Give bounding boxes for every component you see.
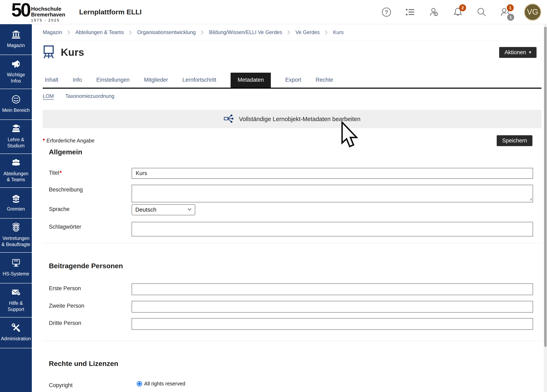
sidebar-item-label: Abteilungen & Teams — [1, 171, 31, 183]
app-header: 50 Hochschule Bremerhaven 1975 - 2025 Le… — [0, 0, 547, 24]
breadcrumb-item-current[interactable]: Kurs — [333, 29, 343, 35]
section-divider — [43, 341, 541, 341]
sidebar-item-magazin[interactable]: Magazin — [0, 24, 32, 55]
tab-export[interactable]: Export — [285, 73, 301, 88]
user-avatar[interactable]: VG — [524, 3, 541, 21]
page-title: Kurs — [61, 46, 84, 58]
required-asterisk: * — [43, 137, 45, 144]
zweite-person-label: Zweite Person — [49, 301, 132, 309]
monitor-icon: *** — [11, 258, 21, 269]
tab-rechte[interactable]: Rechte — [316, 73, 333, 88]
search-icon[interactable] — [476, 7, 487, 17]
tab-bar: Inhalt Info Einstellungen Mitglieder Ler… — [43, 73, 541, 89]
field-row-erste-person: Erste Person — [43, 284, 541, 295]
schlagwoerter-input[interactable] — [132, 222, 533, 237]
dritte-person-input[interactable] — [132, 318, 533, 330]
sidebar-item-mein-bereich[interactable]: Mein Bereich — [0, 89, 32, 120]
aktionen-button[interactable]: Aktionen ▾ — [499, 47, 537, 58]
breadcrumb: Magazin Abteilungen & Teams Organisation… — [43, 24, 541, 41]
speichern-button[interactable]: Speichern — [497, 135, 533, 146]
assembly-icon — [11, 193, 21, 203]
sidebar-item-label: Mein Bereich — [2, 107, 30, 114]
breadcrumb-item[interactable]: Bildung/Wissen/ELLI Ve Gerdes — [209, 29, 282, 35]
field-row-beschreibung: Beschreibung — [43, 185, 541, 202]
notifications-bell-icon[interactable]: 2 — [452, 7, 463, 17]
section-divider — [43, 243, 541, 243]
chevron-right-icon — [201, 30, 204, 35]
subtab-taxonomiezuordnung[interactable]: Taxonomiezuordnung — [65, 93, 114, 99]
sidebar-item-hs-systeme[interactable]: *** HS-Systeme — [0, 253, 32, 284]
page-title-row: Kurs Aktionen ▾ — [43, 46, 541, 59]
chevron-down-icon: ▾ — [529, 50, 531, 54]
required-note: * Erforderliche Angabe — [43, 137, 95, 144]
field-row-sprache: Sprache Deutsch — [43, 204, 541, 215]
contacts-badge-bottom: 1 — [507, 14, 514, 21]
sidebar-item-label: Hilfe & Support — [1, 300, 31, 313]
titel-label: Titel* — [49, 168, 132, 176]
chevron-right-icon — [325, 30, 328, 35]
section-title-rechte-und-lizenzen: Rechte und Lizenzen — [49, 359, 541, 368]
chevron-down-icon — [187, 208, 191, 212]
svg-text:?: ? — [18, 292, 19, 295]
tab-info[interactable]: Info — [73, 73, 82, 88]
copyright-label: Copyright — [49, 380, 132, 389]
field-row-titel: Titel* — [43, 168, 541, 179]
sidebar-item-hilfe-support[interactable]: ? Hilfe & Support — [0, 284, 32, 318]
section-title-allgemein: Allgemein — [49, 148, 541, 156]
copyright-option-label: All rights reserved — [144, 381, 185, 387]
megaphone-icon — [11, 59, 21, 69]
help-icon[interactable]: ? — [381, 7, 392, 17]
subtab-lom[interactable]: LOM — [43, 93, 54, 99]
sidebar-item-abteilungen-teams[interactable]: Abteilungen & Teams — [0, 154, 32, 188]
schlagwoerter-label: Schlagwörter — [49, 222, 132, 230]
edit-full-metadata-label: Vollständige Lernobjekt-Metadaten bearbe… — [239, 116, 361, 122]
field-row-zweite-person: Zweite Person — [43, 301, 541, 313]
sidebar-item-gremien[interactable]: Gremien — [0, 188, 32, 219]
breadcrumb-item[interactable]: Abteilungen & Teams — [75, 29, 124, 35]
sidebar-item-lehre-studium[interactable]: Lehre & Studium — [0, 120, 32, 154]
user-status-icon[interactable] — [429, 7, 439, 17]
header-actions: ? 2 1 1 VG — [381, 3, 541, 21]
tab-inhalt[interactable]: Inhalt — [45, 73, 58, 88]
logo-line2: Bremerhaven — [31, 12, 65, 17]
titel-input[interactable] — [132, 168, 533, 179]
scrollbar-thumb[interactable] — [544, 27, 547, 347]
field-row-dritte-person: Dritte Person — [43, 318, 541, 330]
hochschule-bremerhaven-logo: 50 Hochschule Bremerhaven 1975 - 2025 — [11, 1, 65, 23]
platform-title: Lernplattform ELLI — [79, 8, 142, 16]
copyright-radio-group: All rights reserved — [132, 380, 533, 387]
tab-metadaten[interactable]: Metadaten — [231, 73, 271, 88]
main-menu-list-icon[interactable] — [405, 7, 416, 17]
course-easel-icon — [43, 45, 55, 60]
erste-person-label: Erste Person — [49, 284, 132, 292]
field-row-schlagwoerter: Schlagwörter — [43, 222, 541, 237]
tools-icon — [11, 323, 21, 333]
sidebar-item-wichtige-infos[interactable]: Wichtige Infos — [0, 55, 32, 89]
globe-people-icon — [11, 223, 21, 233]
sidebar-item-label: Vertretungen & Beauftragte — [1, 235, 31, 248]
tab-mitglieder[interactable]: Mitglieder — [144, 73, 168, 88]
zweite-person-input[interactable] — [132, 301, 533, 313]
breadcrumb-item[interactable]: Organisationsentwicklung — [137, 29, 196, 35]
bank-icon — [11, 30, 21, 40]
sidebar-item-administration[interactable]: Administration — [0, 318, 32, 348]
main-content: Magazin Abteilungen & Teams Organisation… — [32, 24, 544, 392]
required-asterisk: * — [60, 170, 62, 176]
edit-full-metadata-banner[interactable]: Vollständige Lernobjekt-Metadaten bearbe… — [43, 110, 541, 128]
erste-person-input[interactable] — [132, 284, 533, 295]
tab-einstellungen[interactable]: Einstellungen — [96, 73, 130, 88]
sidebar-item-vertretungen-beauftragte[interactable]: Vertretungen & Beauftragte — [0, 219, 32, 253]
contacts-badge-top: 1 — [507, 4, 514, 11]
tab-lernfortschritt[interactable]: Lernfortschritt — [182, 73, 216, 88]
beschreibung-textarea[interactable] — [132, 185, 533, 202]
people-icon — [11, 158, 21, 168]
beschreibung-label: Beschreibung — [49, 185, 132, 193]
sidebar-item-label: HS-Systeme — [3, 271, 29, 277]
contacts-icon[interactable]: 1 1 — [500, 7, 511, 17]
breadcrumb-item[interactable]: Magazin — [43, 29, 62, 35]
resize-handle-icon[interactable] — [528, 197, 532, 202]
copyright-radio-selected[interactable] — [137, 381, 142, 386]
breadcrumb-item[interactable]: Ve Gerdes — [295, 29, 320, 35]
section-title-beitragende-personen: Beitragende Personen — [49, 262, 541, 270]
sprache-select[interactable]: Deutsch — [132, 204, 195, 215]
